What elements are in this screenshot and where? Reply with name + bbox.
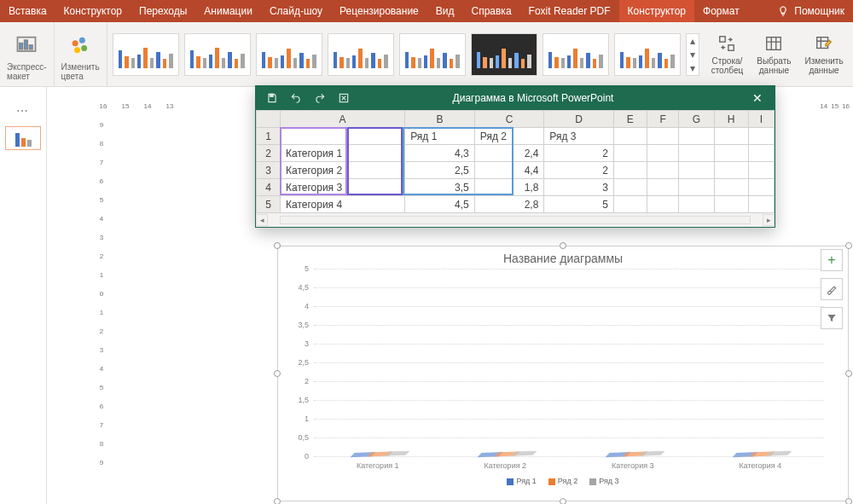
table-icon <box>764 34 783 53</box>
column-header[interactable]: A <box>281 111 405 128</box>
cell[interactable]: 3,5 <box>405 179 475 196</box>
style-thumb-6[interactable] <box>471 33 537 76</box>
chart-object[interactable]: Название диаграммы 00,511,522,533,544,55… <box>277 246 849 501</box>
resize-handle[interactable] <box>845 498 852 504</box>
quick-layout-button[interactable]: Экспресс- макет <box>0 22 55 86</box>
cell[interactable]: 2,5 <box>405 162 475 179</box>
brush-icon <box>826 283 838 295</box>
resize-handle[interactable] <box>274 370 281 377</box>
tab-design[interactable]: Конструктор <box>55 0 131 22</box>
scroll-left-icon[interactable]: ◂ <box>256 214 268 226</box>
excel-icon[interactable] <box>338 92 350 104</box>
column-header[interactable]: C <box>474 111 544 128</box>
svg-point-6 <box>81 45 87 51</box>
cell[interactable]: Категория 2 <box>281 162 405 179</box>
svg-rect-9 <box>728 44 734 49</box>
cell[interactable]: Ряд 1 <box>405 128 475 145</box>
close-button[interactable]: ✕ <box>740 91 775 105</box>
tab-insert[interactable]: Вставка <box>0 0 55 22</box>
resize-handle[interactable] <box>845 370 852 377</box>
tab-transitions[interactable]: Переходы <box>131 0 195 22</box>
tab-chart-design[interactable]: Конструктор <box>619 0 694 22</box>
cell[interactable]: 2,8 <box>474 196 544 213</box>
chart-styles-button[interactable] <box>821 278 843 300</box>
data-grid[interactable]: ABCDEFGHI1Ряд 1Ряд 2Ряд 32Категория 14,3… <box>256 110 775 213</box>
switch-row-col-button[interactable]: Строка/ столбец <box>705 22 751 86</box>
scroll-right-icon[interactable]: ▸ <box>763 214 775 226</box>
column-header[interactable]: G <box>679 111 714 128</box>
chart-title[interactable]: Название диаграммы <box>278 246 848 269</box>
resize-handle[interactable] <box>560 498 566 504</box>
cell[interactable]: 2 <box>544 145 614 162</box>
cell[interactable]: 3 <box>544 179 614 196</box>
style-thumb-7[interactable] <box>543 33 609 76</box>
cell[interactable]: 4,4 <box>474 162 544 179</box>
column-header[interactable]: B <box>405 111 475 128</box>
cell[interactable]: 4,5 <box>405 196 475 213</box>
style-thumb-8[interactable] <box>614 33 681 76</box>
tab-view[interactable]: Вид <box>427 0 463 22</box>
cell[interactable]: Ряд 3 <box>544 128 614 145</box>
style-thumb-1[interactable] <box>113 33 179 76</box>
column-header[interactable]: I <box>748 111 774 128</box>
tab-help[interactable]: Справка <box>462 0 519 22</box>
cell[interactable]: 5 <box>544 196 614 213</box>
data-window-title: Диаграмма в Microsoft PowerPoint <box>360 92 740 104</box>
cell[interactable]: 1,8 <box>474 179 544 196</box>
cell[interactable]: 4,3 <box>405 145 475 162</box>
cell[interactable]: Категория 3 <box>281 179 405 196</box>
slide-thumbnails-panel: ⋯ <box>0 87 47 504</box>
undo-icon[interactable] <box>290 92 302 104</box>
tab-review[interactable]: Рецензирование <box>331 0 427 22</box>
style-thumb-3[interactable] <box>256 33 322 76</box>
cell[interactable]: Категория 1 <box>281 145 405 162</box>
cell[interactable]: Ряд 2 <box>474 128 544 145</box>
column-header[interactable]: E <box>613 111 647 128</box>
section-separator-icon[interactable]: ⋯ <box>16 104 30 118</box>
chart-filters-button[interactable] <box>821 307 843 329</box>
tab-format[interactable]: Формат <box>694 0 748 22</box>
change-colors-label: Изменить цвета <box>61 62 100 81</box>
row-header[interactable]: 4 <box>257 179 281 196</box>
column-header[interactable]: H <box>714 111 748 128</box>
slide-thumbnail[interactable] <box>5 126 41 150</box>
resize-handle[interactable] <box>560 242 566 249</box>
cell[interactable]: Категория 4 <box>281 196 405 213</box>
chart-data-window[interactable]: Диаграмма в Microsoft PowerPoint ✕ ABCDE… <box>255 85 775 228</box>
edit-data-button[interactable]: Изменить данные <box>798 22 850 86</box>
style-thumb-4[interactable] <box>328 33 394 76</box>
data-window-titlebar[interactable]: Диаграмма в Microsoft PowerPoint ✕ <box>256 86 775 110</box>
style-gallery-dropdown[interactable]: ▴ ▾ ▾ <box>686 33 699 76</box>
column-header[interactable]: F <box>647 111 679 128</box>
tab-foxit[interactable]: Foxit Reader PDF <box>520 0 619 22</box>
horizontal-scrollbar[interactable]: ◂ ▸ <box>256 213 775 227</box>
row-header[interactable]: 2 <box>257 145 281 162</box>
cell[interactable]: 2,4 <box>474 145 544 162</box>
chart-plot-area[interactable]: 00,511,522,533,544,55 <box>314 269 824 456</box>
column-header[interactable]: D <box>544 111 614 128</box>
row-header[interactable]: 3 <box>257 162 281 179</box>
svg-point-4 <box>73 40 78 46</box>
tell-me-helper[interactable]: Помощник <box>769 0 853 22</box>
resize-handle[interactable] <box>274 242 281 249</box>
change-colors-button[interactable]: Изменить цвета <box>55 22 107 86</box>
tab-slideshow[interactable]: Слайд-шоу <box>261 0 331 22</box>
select-data-button[interactable]: Выбрать данные <box>750 22 798 86</box>
ruler-vertical: 9876543210123456789 <box>94 121 109 471</box>
row-header[interactable]: 5 <box>257 196 281 213</box>
redo-icon[interactable] <box>314 92 326 104</box>
svg-point-5 <box>79 38 85 43</box>
cell[interactable]: 2 <box>544 162 614 179</box>
svg-rect-3 <box>30 45 33 49</box>
scroll-track[interactable] <box>280 216 751 224</box>
style-thumb-5[interactable] <box>399 33 466 76</box>
resize-handle[interactable] <box>274 498 281 504</box>
row-header[interactable]: 1 <box>257 128 281 145</box>
chart-elements-button[interactable]: + <box>821 249 843 271</box>
tab-animations[interactable]: Анимации <box>195 0 261 22</box>
resize-handle[interactable] <box>845 242 852 249</box>
quick-layout-label: Экспресс- макет <box>7 62 47 81</box>
save-icon[interactable] <box>266 92 278 104</box>
chart-legend[interactable]: Ряд 1Ряд 2Ряд 3 <box>278 477 848 485</box>
style-thumb-2[interactable] <box>184 33 251 76</box>
